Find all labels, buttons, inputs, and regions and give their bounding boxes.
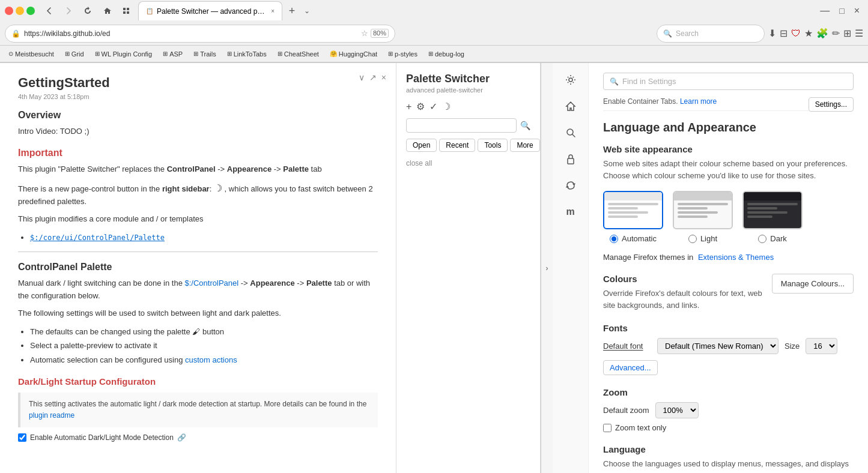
appearance-option-automatic[interactable]: Automatic: [603, 191, 663, 243]
nav-home[interactable]: [99, 4, 115, 18]
appearance-radio-light[interactable]: [688, 235, 697, 243]
restore-win[interactable]: □: [836, 6, 848, 16]
list-item: Automatic selection can be configured us…: [30, 353, 378, 367]
side-collapse[interactable]: ›: [541, 63, 553, 473]
ff-zoom-text-only-label: Zoom text only: [615, 423, 666, 432]
zoom-level[interactable]: 80%: [371, 29, 389, 38]
bookmark-trails[interactable]: ⊞ Trails: [190, 49, 219, 59]
maximize-button[interactable]: [26, 7, 35, 15]
palette-close-all[interactable]: close all: [406, 157, 530, 170]
appearance-label-auto: Automatic: [622, 234, 657, 243]
ff-sidebar-m[interactable]: m: [560, 201, 581, 223]
firefox-preferences: m 🔍 Find in Settings Enable Container Ta…: [553, 63, 868, 473]
bookmark-label: ASP: [169, 50, 183, 58]
active-tab[interactable]: 📋 Palette Switcher — advanced paleti ×: [138, 1, 282, 20]
palette-recent-btn[interactable]: Recent: [439, 139, 475, 152]
palette-moon-icon[interactable]: ☽: [442, 101, 451, 112]
ff-fonts-size-select[interactable]: 16: [806, 338, 837, 354]
ff-sidebar-gear[interactable]: [560, 69, 581, 91]
palette-search-input[interactable]: [406, 118, 517, 133]
bookmark-meistbesucht[interactable]: ⊙ Meistbesucht: [5, 49, 58, 59]
ff-advanced-button[interactable]: Advanced...: [603, 360, 658, 375]
nav-refresh[interactable]: [79, 4, 96, 18]
ff-search-bar[interactable]: 🔍 Find in Settings: [603, 73, 854, 90]
menu-icon[interactable]: ☰: [855, 28, 863, 39]
wiki-important-p2: There is a new page-control button in th…: [18, 181, 378, 208]
bookmark-grid[interactable]: ⊞ Grid: [61, 49, 88, 59]
auto-darklight-checkbox[interactable]: [18, 433, 26, 442]
download-icon[interactable]: ⬇: [768, 28, 776, 39]
wiki-bold-pal2: Palette: [306, 279, 332, 288]
wiki-plugin-readme-link[interactable]: plugin readme: [29, 411, 74, 420]
wiki-expand-icon[interactable]: ↗: [369, 73, 377, 82]
bookmark-linktotabs[interactable]: ⊞ LinkToTabs: [223, 49, 270, 59]
appearance-radio-auto[interactable]: [610, 235, 618, 243]
ff-fonts-select[interactable]: Default (Times New Roman): [657, 338, 778, 354]
shield-icon[interactable]: 🛡: [791, 28, 801, 39]
pencil-icon[interactable]: ✏: [832, 28, 840, 39]
palette-add-icon[interactable]: +: [406, 101, 411, 112]
minimize-button[interactable]: [16, 7, 24, 15]
wiki-collapse-icon[interactable]: ∨: [359, 73, 365, 82]
ff-sidebar-sync[interactable]: [560, 175, 581, 196]
bookmark-wl-plugin-config[interactable]: ⊞ WL Plugin Config: [91, 49, 156, 59]
ff-fonts-row: Default font Default (Times New Roman) S…: [603, 338, 854, 375]
manage-colours-button[interactable]: Manage Colours...: [772, 274, 854, 294]
bookmark-cheatsheet[interactable]: ⊞ CheatSheet: [274, 49, 323, 59]
tab-close-button[interactable]: ×: [271, 8, 275, 14]
appearance-radio-dark[interactable]: [758, 235, 766, 243]
bookmark-icon: ⊞: [278, 50, 282, 57]
palette-search-icon[interactable]: 🔍: [520, 121, 530, 130]
url-bar[interactable]: 🔒 https://wikilabs.github.io/ed ☆ 80%: [5, 25, 395, 43]
ff-settings-btn[interactable]: Settings...: [809, 97, 854, 112]
palette-settings-icon[interactable]: ⚙: [416, 101, 425, 112]
bookmark-asp[interactable]: ⊞ ASP: [159, 49, 186, 59]
palette-check-icon[interactable]: ✓: [429, 101, 437, 112]
bookmark-huggingchat[interactable]: 🤗 HuggingChat: [326, 49, 381, 59]
star-icon[interactable]: ★: [804, 28, 813, 39]
puzzle-icon[interactable]: 🧩: [816, 28, 828, 39]
ff-sidebar-lock[interactable]: [560, 148, 581, 170]
svg-point-4: [569, 78, 572, 82]
more-tools-icon[interactable]: ⊞: [843, 28, 851, 39]
tab-favicon: 📋: [146, 8, 153, 14]
ff-search-magnifier: 🔍: [610, 77, 619, 86]
ff-sidebar-home[interactable]: [560, 95, 581, 117]
nav-back[interactable]: [41, 4, 58, 18]
bookmark-label: debug-log: [435, 50, 464, 58]
palette-open-btn[interactable]: Open: [406, 139, 437, 152]
wiki-close-icon[interactable]: ×: [381, 73, 386, 82]
bookmark-p-styles[interactable]: ⊞ p-styles: [384, 49, 421, 59]
nav-forward[interactable]: [60, 4, 77, 18]
tab-expand[interactable]: ⌄: [304, 7, 310, 15]
appearance-option-dark[interactable]: Dark: [742, 191, 803, 243]
minimize-win[interactable]: —: [816, 5, 833, 16]
close-button[interactable]: [5, 7, 13, 15]
nav-grid[interactable]: [118, 4, 135, 18]
palette-more-btn[interactable]: More: [510, 139, 539, 152]
search-bar[interactable]: 🔍 Search: [657, 25, 765, 43]
sidebar-icon[interactable]: ⊟: [780, 28, 788, 39]
wiki-important-title: Important: [18, 148, 378, 158]
extensions-themes-link[interactable]: Extensions & Themes: [698, 253, 774, 262]
bookmark-debug-log[interactable]: ⊞ debug-log: [425, 49, 468, 59]
wiki-checkbox-label: Enable Automatic Dark/Light Mode Detecti…: [30, 433, 174, 442]
themes-text: Manage Firefox themes in: [603, 253, 693, 262]
app-container: 📋 Palette Switcher — advanced paleti × +…: [0, 0, 868, 473]
wiki-blockquote: This setting activates the automatic lig…: [18, 393, 378, 427]
ff-zoom-text-only-checkbox[interactable]: [603, 424, 612, 432]
bookmark-star-icon[interactable]: ☆: [361, 29, 368, 38]
wiki-cp-link[interactable]: $:/ControlPanel: [185, 279, 239, 288]
ff-learn-more-link[interactable]: Learn more: [680, 97, 717, 106]
new-tab-button[interactable]: +: [284, 2, 300, 19]
wiki-custom-actions-link[interactable]: custom actions: [185, 355, 237, 364]
close-win[interactable]: ×: [851, 5, 863, 16]
appearance-option-light[interactable]: Light: [673, 191, 733, 243]
palette-tools-btn[interactable]: Tools: [478, 139, 508, 152]
wiki-palette-link[interactable]: $:/core/ui/ControlPanel/Palette: [30, 233, 165, 242]
ff-zoom-select[interactable]: 100%: [655, 402, 699, 418]
ff-language-desc-part2: Firefox: [621, 471, 645, 474]
ff-fonts-size-label: Size: [785, 342, 800, 351]
ff-sidebar-search[interactable]: [560, 122, 581, 143]
wiki-link-icon[interactable]: 🔗: [177, 433, 186, 442]
